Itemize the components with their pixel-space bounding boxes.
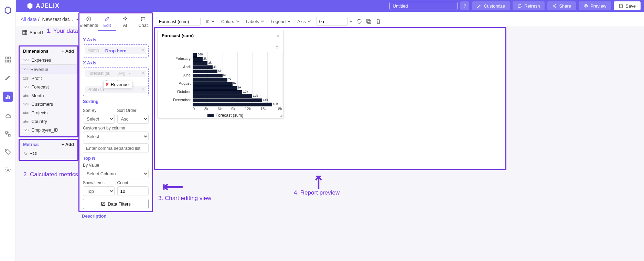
chart-bar-icon[interactable] bbox=[3, 92, 13, 102]
axis-dropdown[interactable]: Axis bbox=[296, 17, 313, 26]
bar bbox=[193, 70, 217, 73]
sort-by-label: Sort By bbox=[83, 108, 115, 113]
add-dimension-button[interactable]: + Add bbox=[62, 49, 74, 54]
dimension-name: Expenses bbox=[31, 58, 51, 63]
dtype-badge: abc bbox=[23, 111, 29, 115]
xaxis-dropzone[interactable]: Forecast (su Avg ▾× Drop here Profit (su… bbox=[83, 67, 149, 96]
copy-icon[interactable] bbox=[366, 18, 372, 24]
bar bbox=[193, 65, 213, 69]
chart-close-icon[interactable]: × bbox=[277, 33, 279, 38]
show-items-select[interactable]: Top bbox=[83, 186, 115, 196]
dimension-item[interactable]: 123Expenses bbox=[20, 56, 77, 64]
annotation-1: 1. Your data bbox=[47, 28, 78, 34]
gear-icon[interactable] bbox=[4, 166, 12, 174]
dtype-badge: 123 bbox=[23, 103, 29, 106]
remove-chip-icon[interactable]: × bbox=[142, 87, 144, 92]
chart-card[interactable]: Forecast (sum) × 8602k3k4k5k6k7k8k9k10k1… bbox=[157, 30, 284, 119]
tab-ai[interactable]: AI bbox=[116, 13, 134, 31]
preview-button[interactable]: Preview bbox=[579, 1, 611, 10]
crumb-all-data[interactable]: All data bbox=[21, 17, 37, 22]
chart-toolbar: Colors Labels Legend Axis bbox=[156, 15, 641, 28]
dimension-name: Month bbox=[31, 93, 44, 98]
svg-point-12 bbox=[553, 6, 554, 6]
x-axis-tick: 3k bbox=[204, 107, 208, 111]
y-axis-label: April bbox=[183, 65, 192, 69]
tab-edit[interactable]: Edit bbox=[98, 13, 116, 31]
custom-sort-select[interactable]: Select bbox=[83, 132, 149, 141]
dimension-item[interactable]: abcCountry bbox=[20, 117, 77, 126]
dimension-name: Revenue bbox=[30, 67, 48, 72]
align-dropdown[interactable] bbox=[204, 17, 216, 26]
chart-card-title: Forecast (sum) bbox=[162, 33, 194, 38]
legend-dropdown[interactable]: Legend bbox=[269, 17, 292, 26]
help-button[interactable]: ? bbox=[460, 1, 469, 10]
bar-value-label: 3k bbox=[208, 61, 212, 64]
count-input[interactable] bbox=[117, 186, 149, 196]
shapes-icon[interactable] bbox=[4, 130, 12, 138]
share-button[interactable]: Share bbox=[547, 1, 576, 10]
arrow-left-icon bbox=[158, 182, 184, 191]
annotation-3: 3. Chart editing view bbox=[158, 195, 211, 202]
yaxis-dropzone[interactable]: Month× Drop here bbox=[83, 44, 149, 58]
trash-icon[interactable] bbox=[375, 18, 382, 24]
xaxis-chip-1[interactable]: Forecast (su Avg ▾× bbox=[85, 70, 146, 77]
dtype-badge: abc bbox=[23, 94, 29, 97]
dimension-item[interactable]: 123Customers bbox=[20, 100, 77, 108]
customize-button[interactable]: Customize bbox=[472, 1, 509, 10]
colors-dropdown[interactable]: Colors bbox=[220, 17, 241, 26]
by-value-select[interactable]: Select Column bbox=[83, 169, 149, 178]
dimension-item[interactable]: 123Revenue bbox=[20, 64, 77, 74]
data-column: Sheet1 1. Your data Dimensions + Add 123… bbox=[19, 28, 78, 178]
sorting-section-title: Sorting bbox=[83, 99, 149, 104]
dimension-item[interactable]: abcProjects bbox=[20, 108, 77, 117]
cloud-icon[interactable] bbox=[4, 112, 12, 120]
refresh-icon[interactable] bbox=[356, 18, 362, 24]
sort-by-select[interactable]: Select bbox=[83, 114, 115, 124]
dtype-badge: abc bbox=[23, 120, 29, 123]
drag-cancel-icon: ✖ bbox=[106, 82, 109, 87]
labels-dropdown[interactable]: Labels bbox=[245, 17, 266, 26]
grid-icon[interactable] bbox=[4, 56, 12, 63]
tab-elements[interactable]: Elements bbox=[79, 13, 98, 31]
resize-handle-icon[interactable]: ◢ bbox=[280, 114, 282, 117]
chart-download-icon[interactable] bbox=[275, 44, 279, 50]
chart-body: 8602k3k4k5k6k7k8k9k10k12k14k16kFebruaryA… bbox=[170, 52, 281, 105]
bar bbox=[193, 53, 197, 57]
bar bbox=[193, 103, 272, 106]
report-title-input[interactable] bbox=[389, 2, 458, 10]
add-metric-button[interactable]: + Add bbox=[62, 142, 74, 147]
dimension-item[interactable]: 123Profit bbox=[20, 74, 77, 83]
tag-icon[interactable] bbox=[4, 148, 12, 156]
edit-panel: Elements Edit AI Chat Y Axis Month× Drop… bbox=[78, 12, 153, 212]
save-button[interactable]: Save bbox=[614, 1, 641, 10]
bar bbox=[193, 78, 227, 82]
dimensions-panel: Dimensions + Add 123Expenses123Revenue12… bbox=[19, 45, 78, 137]
dimension-item[interactable]: 123Forecast bbox=[20, 83, 77, 91]
dimension-item[interactable]: abcMonth bbox=[20, 91, 77, 100]
bar-value-label: 7k bbox=[228, 77, 232, 81]
edit-pencil-icon[interactable] bbox=[4, 74, 12, 81]
bar bbox=[193, 82, 233, 86]
tab-chat[interactable]: Chat bbox=[134, 13, 152, 31]
bar bbox=[193, 61, 207, 65]
format-chevron-icon[interactable] bbox=[349, 20, 353, 23]
remove-chip-icon[interactable]: × bbox=[142, 71, 144, 76]
sort-order-select[interactable]: Asc bbox=[117, 114, 149, 124]
svg-rect-21 bbox=[206, 21, 208, 22]
custom-sort-list-input[interactable] bbox=[83, 143, 149, 153]
data-filters-button[interactable]: Data Filters bbox=[83, 199, 149, 209]
chart-name-input[interactable] bbox=[156, 17, 201, 26]
custom-sort-label: Custom sort by column bbox=[83, 126, 149, 130]
refresh-button[interactable]: Refresh bbox=[513, 1, 545, 10]
metric-item[interactable]: fxROI bbox=[20, 149, 77, 158]
report-preview-canvas[interactable]: Forecast (sum) × 8602k3k4k5k6k7k8k9k10k1… bbox=[154, 27, 506, 170]
legend-label: Forecast (sum) bbox=[216, 113, 244, 118]
svg-rect-7 bbox=[6, 132, 7, 133]
drag-ghost-revenue[interactable]: ✖Revenue bbox=[103, 81, 132, 88]
bar-value-label: 8k bbox=[233, 82, 237, 85]
svg-point-14 bbox=[585, 5, 587, 7]
dimension-item[interactable]: 123Employee_ID bbox=[20, 126, 77, 134]
bar bbox=[193, 86, 237, 90]
sheet-selector[interactable]: Sheet1 bbox=[19, 28, 47, 36]
format-input[interactable] bbox=[316, 17, 348, 26]
